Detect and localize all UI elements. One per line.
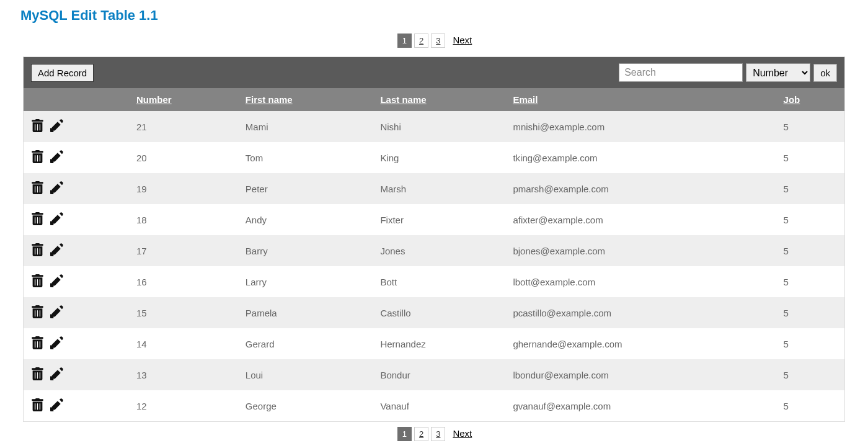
column-header-number[interactable]: Number — [129, 88, 238, 111]
cell-first-name: Pamela — [238, 297, 373, 328]
table-row: 12GeorgeVanaufgvanauf@example.com5 — [24, 390, 844, 421]
column-header-email[interactable]: Email — [505, 88, 776, 111]
cell-actions — [24, 390, 129, 421]
cell-number: 12 — [129, 390, 238, 421]
trash-icon[interactable] — [31, 367, 44, 382]
trash-icon[interactable] — [31, 119, 44, 134]
cell-number: 15 — [129, 297, 238, 328]
search-ok-button[interactable]: ok — [813, 64, 837, 82]
column-header-job[interactable]: Job — [776, 88, 844, 111]
page-title: MySQL Edit Table 1.1 — [20, 7, 868, 24]
cell-actions — [24, 142, 129, 173]
page-next-link[interactable]: Next — [453, 35, 472, 45]
cell-number: 14 — [129, 328, 238, 359]
cell-actions — [24, 359, 129, 390]
trash-icon[interactable] — [31, 398, 44, 413]
search-column-select[interactable]: NumberFirst nameLast nameEmailJob — [746, 63, 810, 82]
table-row: 13LouiBondurlbondur@example.com5 — [24, 359, 844, 390]
trash-icon[interactable] — [31, 150, 44, 165]
trash-icon[interactable] — [31, 243, 44, 258]
edit-icon[interactable] — [50, 119, 63, 134]
cell-email: lbondur@example.com — [505, 359, 776, 390]
edit-icon[interactable] — [50, 398, 63, 413]
column-header-first-name[interactable]: First name — [238, 88, 373, 111]
edit-icon[interactable] — [50, 243, 63, 258]
toolbar: Add Record NumberFirst nameLast nameEmai… — [24, 57, 844, 88]
edit-icon[interactable] — [50, 336, 63, 351]
cell-last-name: Hernandez — [373, 328, 505, 359]
trash-icon[interactable] — [31, 274, 44, 289]
cell-job: 5 — [776, 204, 844, 235]
table-container: Add Record NumberFirst nameLast nameEmai… — [23, 56, 845, 422]
table-row: 20TomKingtking@example.com5 — [24, 142, 844, 173]
cell-actions — [24, 111, 129, 142]
pagination-bottom: 123Next — [0, 427, 868, 441]
cell-number: 19 — [129, 173, 238, 204]
cell-first-name: Larry — [238, 266, 373, 297]
trash-icon[interactable] — [31, 305, 44, 320]
page-button-2[interactable]: 2 — [414, 427, 428, 441]
edit-icon[interactable] — [50, 181, 63, 196]
cell-first-name: Mami — [238, 111, 373, 142]
cell-last-name: Bondur — [373, 359, 505, 390]
cell-last-name: Bott — [373, 266, 505, 297]
cell-first-name: Loui — [238, 359, 373, 390]
table-row: 21MamiNishimnishi@example.com5 — [24, 111, 844, 142]
cell-number: 20 — [129, 142, 238, 173]
edit-icon[interactable] — [50, 274, 63, 289]
cell-actions — [24, 266, 129, 297]
cell-number: 13 — [129, 359, 238, 390]
page-button-1: 1 — [397, 427, 412, 441]
cell-email: pmarsh@example.com — [505, 173, 776, 204]
cell-job: 5 — [776, 328, 844, 359]
cell-number: 16 — [129, 266, 238, 297]
page-next-link[interactable]: Next — [453, 428, 472, 439]
edit-icon[interactable] — [50, 305, 63, 320]
cell-last-name: Castillo — [373, 297, 505, 328]
page-button-3[interactable]: 3 — [431, 34, 445, 48]
cell-first-name: Barry — [238, 235, 373, 266]
cell-first-name: Gerard — [238, 328, 373, 359]
cell-job: 5 — [776, 359, 844, 390]
table-row: 14GerardHernandezghernande@example.com5 — [24, 328, 844, 359]
cell-last-name: Jones — [373, 235, 505, 266]
trash-icon[interactable] — [31, 212, 44, 227]
add-record-button[interactable]: Add Record — [31, 64, 94, 82]
table-body: 21MamiNishimnishi@example.com520TomKingt… — [24, 111, 844, 421]
cell-job: 5 — [776, 235, 844, 266]
edit-icon[interactable] — [50, 212, 63, 227]
trash-icon[interactable] — [31, 336, 44, 351]
table-row: 17BarryJonesbjones@example.com5 — [24, 235, 844, 266]
table-row: 15PamelaCastillopcastillo@example.com5 — [24, 297, 844, 328]
cell-job: 5 — [776, 142, 844, 173]
table-row: 19PeterMarshpmarsh@example.com5 — [24, 173, 844, 204]
cell-first-name: George — [238, 390, 373, 421]
cell-last-name: King — [373, 142, 505, 173]
cell-email: lbott@example.com — [505, 266, 776, 297]
page-button-2[interactable]: 2 — [414, 34, 428, 48]
cell-last-name: Nishi — [373, 111, 505, 142]
cell-last-name: Fixter — [373, 204, 505, 235]
pagination-top: 123Next — [0, 34, 868, 48]
column-header-last-name[interactable]: Last name — [373, 88, 505, 111]
edit-icon[interactable] — [50, 367, 63, 382]
cell-first-name: Andy — [238, 204, 373, 235]
cell-email: ghernande@example.com — [505, 328, 776, 359]
cell-number: 17 — [129, 235, 238, 266]
page-button-3[interactable]: 3 — [431, 427, 445, 441]
cell-job: 5 — [776, 390, 844, 421]
cell-email: bjones@example.com — [505, 235, 776, 266]
page-button-1: 1 — [397, 34, 412, 48]
cell-last-name: Vanauf — [373, 390, 505, 421]
search-input[interactable] — [619, 63, 743, 82]
cell-last-name: Marsh — [373, 173, 505, 204]
cell-email: tking@example.com — [505, 142, 776, 173]
cell-number: 18 — [129, 204, 238, 235]
trash-icon[interactable] — [31, 181, 44, 196]
cell-actions — [24, 235, 129, 266]
cell-job: 5 — [776, 297, 844, 328]
cell-actions — [24, 297, 129, 328]
table-row: 18AndyFixterafixter@example.com5 — [24, 204, 844, 235]
data-table: NumberFirst nameLast nameEmailJob 21Mami… — [24, 88, 844, 421]
edit-icon[interactable] — [50, 150, 63, 165]
